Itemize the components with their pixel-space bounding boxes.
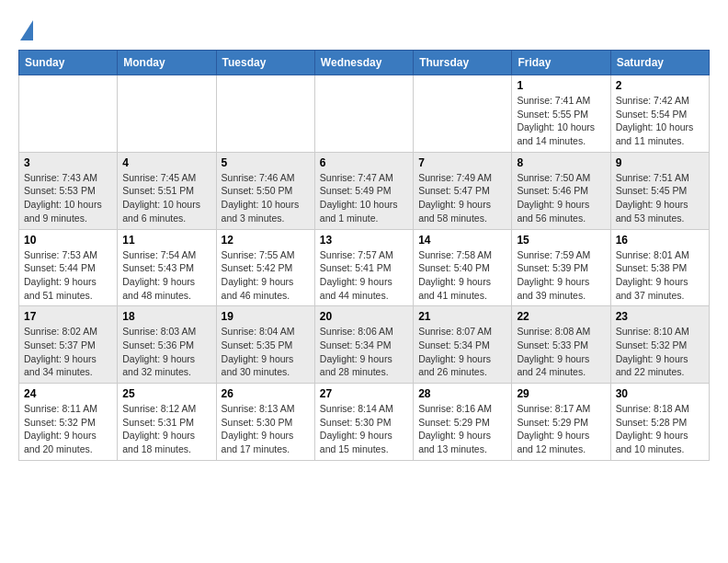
day-info: Sunrise: 7:51 AM Sunset: 5:45 PM Dayligh… (616, 171, 704, 225)
day-number: 1 (517, 79, 605, 92)
day-number: 12 (222, 234, 310, 247)
calendar-day-cell: 8Sunrise: 7:50 AM Sunset: 5:46 PM Daylig… (512, 152, 610, 229)
day-info: Sunrise: 8:06 AM Sunset: 5:34 PM Dayligh… (320, 325, 408, 379)
day-number: 28 (418, 387, 506, 400)
empty-cell (118, 75, 216, 153)
calendar-week-row: 24Sunrise: 8:11 AM Sunset: 5:32 PM Dayli… (19, 384, 710, 461)
day-info: Sunrise: 7:42 AM Sunset: 5:54 PM Dayligh… (616, 94, 704, 148)
day-number: 3 (24, 156, 112, 169)
day-info: Sunrise: 8:02 AM Sunset: 5:37 PM Dayligh… (24, 325, 112, 379)
day-info: Sunrise: 7:53 AM Sunset: 5:44 PM Dayligh… (24, 248, 112, 303)
calendar-day-cell: 21Sunrise: 8:07 AM Sunset: 5:34 PM Dayli… (414, 306, 512, 384)
day-info: Sunrise: 7:46 AM Sunset: 5:50 PM Dayligh… (222, 171, 310, 225)
day-info: Sunrise: 8:03 AM Sunset: 5:36 PM Dayligh… (122, 325, 210, 379)
day-info: Sunrise: 7:59 AM Sunset: 5:39 PM Dayligh… (517, 248, 605, 303)
day-number: 5 (222, 156, 310, 169)
calendar-day-cell: 16Sunrise: 8:01 AM Sunset: 5:38 PM Dayli… (610, 229, 709, 306)
logo (18, 18, 33, 40)
calendar-week-row: 3Sunrise: 7:43 AM Sunset: 5:53 PM Daylig… (19, 152, 710, 229)
weekday-header-tuesday: Tuesday (216, 51, 314, 75)
calendar-day-cell: 22Sunrise: 8:08 AM Sunset: 5:33 PM Dayli… (512, 306, 610, 384)
day-info: Sunrise: 8:18 AM Sunset: 5:28 PM Dayligh… (616, 402, 704, 456)
weekday-header-monday: Monday (118, 51, 216, 75)
calendar-day-cell: 19Sunrise: 8:04 AM Sunset: 5:35 PM Dayli… (216, 306, 314, 384)
calendar-day-cell: 11Sunrise: 7:54 AM Sunset: 5:43 PM Dayli… (118, 229, 216, 306)
weekday-header-wednesday: Wednesday (314, 51, 413, 75)
day-info: Sunrise: 8:14 AM Sunset: 5:30 PM Dayligh… (320, 402, 408, 456)
calendar-day-cell: 1Sunrise: 7:41 AM Sunset: 5:55 PM Daylig… (512, 75, 610, 153)
day-number: 30 (616, 387, 704, 400)
day-info: Sunrise: 7:47 AM Sunset: 5:49 PM Dayligh… (320, 171, 408, 225)
day-number: 15 (517, 234, 605, 247)
day-number: 24 (24, 387, 112, 400)
day-info: Sunrise: 8:17 AM Sunset: 5:29 PM Dayligh… (517, 402, 605, 456)
calendar-day-cell: 3Sunrise: 7:43 AM Sunset: 5:53 PM Daylig… (19, 152, 118, 229)
day-info: Sunrise: 7:55 AM Sunset: 5:42 PM Dayligh… (222, 248, 310, 303)
day-info: Sunrise: 8:08 AM Sunset: 5:33 PM Dayligh… (517, 325, 605, 379)
calendar-day-cell: 28Sunrise: 8:16 AM Sunset: 5:29 PM Dayli… (414, 384, 512, 461)
calendar-day-cell: 20Sunrise: 8:06 AM Sunset: 5:34 PM Dayli… (314, 306, 413, 384)
calendar-day-cell: 4Sunrise: 7:45 AM Sunset: 5:51 PM Daylig… (118, 152, 216, 229)
calendar-day-cell: 23Sunrise: 8:10 AM Sunset: 5:32 PM Dayli… (610, 306, 709, 384)
day-info: Sunrise: 7:43 AM Sunset: 5:53 PM Dayligh… (24, 171, 112, 225)
calendar-day-cell: 13Sunrise: 7:57 AM Sunset: 5:41 PM Dayli… (314, 229, 413, 306)
day-number: 17 (24, 310, 112, 323)
calendar-day-cell: 29Sunrise: 8:17 AM Sunset: 5:29 PM Dayli… (512, 384, 610, 461)
day-info: Sunrise: 7:57 AM Sunset: 5:41 PM Dayligh… (320, 248, 408, 303)
day-number: 20 (320, 310, 408, 323)
day-info: Sunrise: 8:07 AM Sunset: 5:34 PM Dayligh… (418, 325, 506, 379)
calendar-week-row: 10Sunrise: 7:53 AM Sunset: 5:44 PM Dayli… (19, 229, 710, 306)
calendar-day-cell: 7Sunrise: 7:49 AM Sunset: 5:47 PM Daylig… (414, 152, 512, 229)
weekday-header-sunday: Sunday (19, 51, 118, 75)
weekday-header-row: SundayMondayTuesdayWednesdayThursdayFrid… (19, 51, 710, 75)
day-info: Sunrise: 8:10 AM Sunset: 5:32 PM Dayligh… (616, 325, 704, 379)
calendar-day-cell: 27Sunrise: 8:14 AM Sunset: 5:30 PM Dayli… (314, 384, 413, 461)
weekday-header-saturday: Saturday (610, 51, 709, 75)
day-number: 26 (222, 387, 310, 400)
calendar-table: SundayMondayTuesdayWednesdayThursdayFrid… (18, 50, 710, 461)
day-info: Sunrise: 8:13 AM Sunset: 5:30 PM Dayligh… (222, 402, 310, 456)
calendar-day-cell: 2Sunrise: 7:42 AM Sunset: 5:54 PM Daylig… (610, 75, 709, 153)
empty-cell (314, 75, 413, 153)
calendar-day-cell: 15Sunrise: 7:59 AM Sunset: 5:39 PM Dayli… (512, 229, 610, 306)
calendar-day-cell: 17Sunrise: 8:02 AM Sunset: 5:37 PM Dayli… (19, 306, 118, 384)
day-info: Sunrise: 8:01 AM Sunset: 5:38 PM Dayligh… (616, 248, 704, 303)
day-info: Sunrise: 8:16 AM Sunset: 5:29 PM Dayligh… (418, 402, 506, 456)
day-number: 19 (222, 310, 310, 323)
day-number: 6 (320, 156, 408, 169)
day-number: 14 (418, 234, 506, 247)
day-number: 13 (320, 234, 408, 247)
day-number: 27 (320, 387, 408, 400)
day-number: 29 (517, 387, 605, 400)
day-info: Sunrise: 8:04 AM Sunset: 5:35 PM Dayligh… (222, 325, 310, 379)
day-number: 16 (616, 234, 704, 247)
day-number: 2 (616, 79, 704, 92)
day-number: 10 (24, 234, 112, 247)
day-number: 18 (122, 310, 210, 323)
calendar-day-cell: 26Sunrise: 8:13 AM Sunset: 5:30 PM Dayli… (216, 384, 314, 461)
day-number: 21 (418, 310, 506, 323)
calendar-day-cell: 10Sunrise: 7:53 AM Sunset: 5:44 PM Dayli… (19, 229, 118, 306)
calendar-day-cell: 24Sunrise: 8:11 AM Sunset: 5:32 PM Dayli… (19, 384, 118, 461)
day-info: Sunrise: 7:41 AM Sunset: 5:55 PM Dayligh… (517, 94, 605, 148)
day-number: 23 (616, 310, 704, 323)
calendar-day-cell: 30Sunrise: 8:18 AM Sunset: 5:28 PM Dayli… (610, 384, 709, 461)
day-info: Sunrise: 7:45 AM Sunset: 5:51 PM Dayligh… (122, 171, 210, 225)
calendar-day-cell: 12Sunrise: 7:55 AM Sunset: 5:42 PM Dayli… (216, 229, 314, 306)
day-info: Sunrise: 8:12 AM Sunset: 5:31 PM Dayligh… (122, 402, 210, 456)
calendar-week-row: 1Sunrise: 7:41 AM Sunset: 5:55 PM Daylig… (19, 75, 710, 153)
calendar-week-row: 17Sunrise: 8:02 AM Sunset: 5:37 PM Dayli… (19, 306, 710, 384)
page-header (18, 18, 710, 40)
day-number: 9 (616, 156, 704, 169)
logo-arrow-icon (20, 20, 33, 40)
weekday-header-friday: Friday (512, 51, 610, 75)
day-number: 22 (517, 310, 605, 323)
day-number: 8 (517, 156, 605, 169)
empty-cell (414, 75, 512, 153)
calendar-day-cell: 5Sunrise: 7:46 AM Sunset: 5:50 PM Daylig… (216, 152, 314, 229)
day-number: 4 (122, 156, 210, 169)
calendar-day-cell: 6Sunrise: 7:47 AM Sunset: 5:49 PM Daylig… (314, 152, 413, 229)
day-info: Sunrise: 7:49 AM Sunset: 5:47 PM Dayligh… (418, 171, 506, 225)
day-info: Sunrise: 7:54 AM Sunset: 5:43 PM Dayligh… (122, 248, 210, 303)
day-number: 7 (418, 156, 506, 169)
